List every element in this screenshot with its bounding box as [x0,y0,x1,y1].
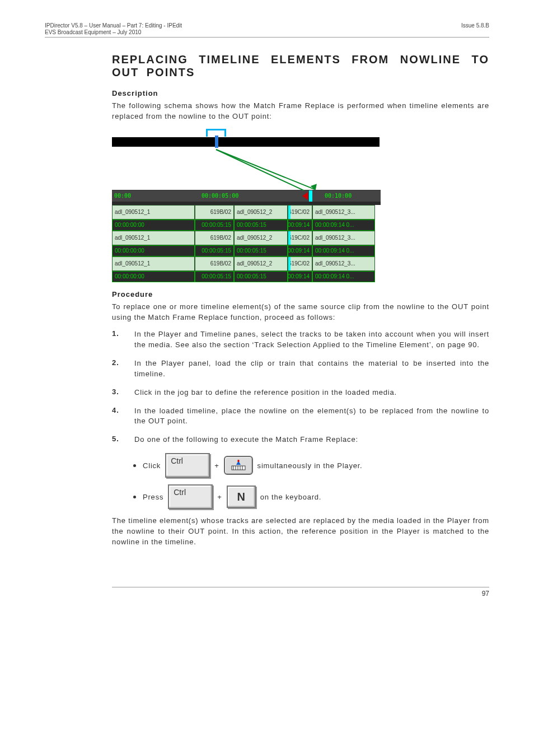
svg-rect-0 [232,466,245,470]
ruler-tick: 00:10:00 [325,193,352,199]
timecode: 00:00:00:00 [112,271,195,282]
step-number: 4. [112,406,122,427]
insert-icon [231,460,246,471]
schema-figure: 00:00 00:00:05:00 00:10:00 adl_090512_16… [112,129,381,282]
match-arrow-icon [216,149,316,196]
timecode: 00:00:05:15 [195,245,234,256]
step-text: In the loaded timeline, place the nowlin… [134,406,489,427]
bullet-click-tail: simultaneously in the Player. [257,461,363,470]
section-title: REPLACING TIMELINE ELEMENTS FROM NOWLINE… [112,53,489,79]
timecode: 00:00:09:14 [288,220,312,231]
match-arrow-icon [216,149,315,190]
out-point-icon [302,192,308,200]
clip-code: 619B/02 [195,256,234,271]
procedure-heading: Procedure [112,290,489,298]
ruler-tick: 00:00 [114,193,131,199]
timecode: 00:00:05:15 [234,220,288,231]
plus-sign: + [217,493,222,501]
timecode: 00:00:09:14 0... [312,271,375,282]
bullet-icon [133,496,136,498]
ctrl-key-icon: Ctrl [168,484,213,509]
step-item: 5.Do one of the following to execute the… [112,435,489,445]
clip-name: adl_090512_3... [312,231,375,245]
bullet-press-tail: on the keyboard. [260,493,322,501]
svg-rect-7 [237,460,239,462]
step-item: 3.Click in the jog bar to define the ref… [112,388,489,398]
step-number: 5. [112,435,122,445]
step-text: Do one of the following to execute the M… [134,435,489,445]
nowline-icon [288,231,291,245]
clip-name: adl_090512_1 [112,231,195,245]
timecode: 00:00:00:00 [112,220,195,231]
clip-name: adl_090512_3... [312,256,375,271]
clip-name: adl_090512_2 [234,256,288,271]
step-text: Click in the jog bar to define the refer… [134,388,489,398]
timecode: 00:00:09:14 0... [312,220,375,231]
plus-sign: + [214,461,219,470]
timecode: 00:00:09:14 [288,245,312,256]
clip-name: adl_090512_1 [112,205,195,220]
timecode: 00:00:05:15 [234,271,288,282]
schema-track-row: adl_090512_1619B/02adl_090512_2619C/02ad… [112,231,381,245]
timecode: 00:00:09:14 [288,271,312,282]
step-number: 2. [112,358,122,380]
bullet-click-label: Click [143,461,161,470]
step-text: In the Player and Timeline panes, select… [134,329,489,351]
schema-ruler: 00:00 00:00:05:00 00:10:00 [112,190,381,202]
clip-name: adl_090512_2 [234,231,288,245]
step-item: 2.In the Player panel, load the clip or … [112,358,489,380]
hdr-right: Issue 5.8.B [461,22,489,36]
schema-track-row: adl_090512_1619B/02adl_090512_2619C/02ad… [112,256,381,271]
ruler-tick: 00:00:05:00 [202,193,238,199]
page-number: 97 [112,587,489,598]
bullet-icon [133,464,136,467]
ctrl-key-icon: Ctrl [165,453,210,478]
clip-code: 619C/02 [288,205,312,220]
nowline-marker-icon [215,136,218,148]
clip-code: 619C/02 [288,231,312,245]
clip-code: 619B/02 [195,205,234,220]
nowline-icon [309,190,312,202]
step-text: In the Player panel, load the clip or tr… [134,358,489,380]
schema-track-tc-row: 00:00:00:0000:00:05:1500:00:05:1500:00:0… [112,271,381,282]
schema-track-row: adl_090512_1619B/02adl_090512_2619C/02ad… [112,205,381,220]
clip-name: adl_090512_3... [312,205,375,220]
timecode: 00:00:05:15 [195,271,234,282]
description-heading: Description [112,89,489,97]
hdr-left-1: IPDirector V5.8 – User Manual – Part 7: … [45,22,182,29]
timecode: 00:00:05:15 [195,220,234,231]
description-paragraph: The following schema shows how the Match… [112,101,489,122]
closing-paragraph: The timeline element(s) whose tracks are… [112,516,489,548]
player-bar-icon [112,139,380,147]
nowline-icon [288,206,291,219]
bullet-press-label: Press [143,493,163,501]
match-frame-replace-button[interactable] [224,456,253,475]
procedure-intro: To replace one or more timeline element(… [112,302,489,323]
hdr-left-2: EVS Broadcast Equipment – July 2010 [45,29,182,36]
schema-track-tc-row: 00:00:00:0000:00:05:1500:00:05:1500:00:0… [112,245,381,256]
clip-name: adl_090512_2 [234,205,288,220]
schema-track-tc-row: 00:00:00:0000:00:05:1500:00:05:1500:00:0… [112,220,381,231]
timecode: 00:00:05:15 [234,245,288,256]
step-item: 4.In the loaded timeline, place the nowl… [112,406,489,427]
timecode: 00:00:00:00 [112,245,195,256]
clip-code: 619C/02 [288,256,312,271]
clip-code: 619B/02 [195,231,234,245]
step-number: 3. [112,388,122,398]
step-number: 1. [112,329,122,351]
timecode: 00:00:09:14 0... [312,245,375,256]
bullet-press-row: Press Ctrl + N on the keyboard. [133,484,489,509]
step-item: 1.In the Player and Timeline panes, sele… [112,329,489,351]
nowline-icon [288,257,291,270]
clip-name: adl_090512_1 [112,256,195,271]
bullet-click-row: Click Ctrl + simultaneously in the Playe… [133,453,489,478]
n-key-icon: N [227,486,256,508]
